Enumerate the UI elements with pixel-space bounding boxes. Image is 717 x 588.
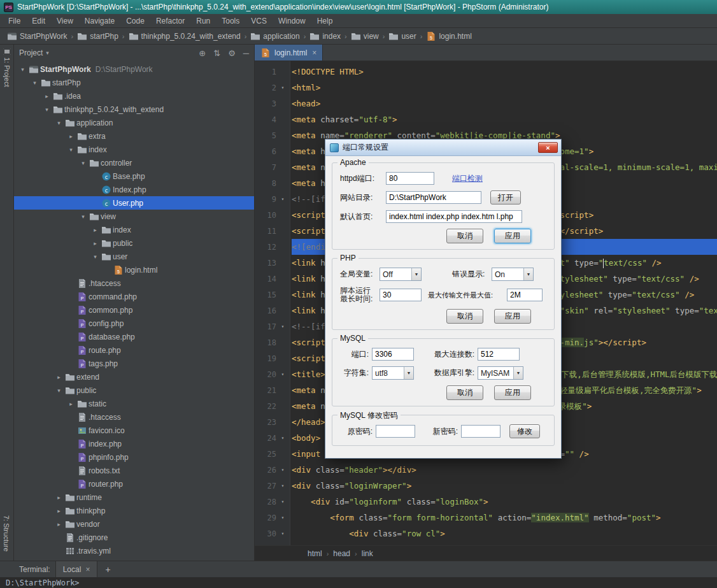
- default-index-input[interactable]: [386, 210, 522, 223]
- line-number[interactable]: 14: [255, 275, 276, 283]
- dialog-close-button[interactable]: ×: [538, 142, 558, 153]
- editor-breadcrumb-head[interactable]: head: [333, 549, 350, 558]
- max-connections-input[interactable]: [478, 348, 520, 361]
- terminal-new-session-button[interactable]: +: [97, 561, 118, 577]
- breadcrumb-item-login-html[interactable]: 5login.html: [426, 31, 471, 41]
- menu-window[interactable]: Window: [273, 17, 311, 25]
- httpd-port-input[interactable]: [386, 172, 434, 185]
- dialog-titlebar[interactable]: 端口常规设置 ×: [325, 140, 561, 156]
- tree-item-public[interactable]: ▾public: [14, 384, 254, 397]
- window-titlebar[interactable]: PS StartPhpWork [D:\StartPhpWork] - ...\…: [0, 0, 717, 14]
- tree-item-controller[interactable]: ▾controller: [14, 156, 254, 169]
- chevron-right-icon[interactable]: ▸: [53, 374, 65, 380]
- tree-item-command-php[interactable]: Pcommand.php: [14, 290, 254, 303]
- tree-item-login-html[interactable]: 5login.html: [14, 263, 254, 276]
- chevron-right-icon[interactable]: ▸: [53, 494, 65, 501]
- code-line-26[interactable]: <div class="header"></div>: [292, 462, 717, 478]
- open-dir-button[interactable]: 打开: [490, 190, 521, 204]
- line-number[interactable]: 23: [255, 418, 276, 427]
- collapse-all-icon[interactable]: ⇅: [213, 48, 220, 58]
- apache-apply-button[interactable]: 应用: [494, 229, 531, 243]
- tree-item-router-php[interactable]: Prouter.php: [14, 477, 254, 491]
- chevron-right-icon[interactable]: ▸: [53, 521, 65, 527]
- tree-item-user-php[interactable]: cUser.php: [14, 196, 254, 210]
- tree-item-htaccess[interactable]: .htaccess: [14, 410, 254, 424]
- chevron-down-icon[interactable]: ▾: [53, 120, 65, 126]
- chevron-right-icon[interactable]: ▸: [53, 508, 65, 514]
- line-number[interactable]: 20: [255, 370, 276, 379]
- code-line-2[interactable]: <html>: [292, 80, 717, 96]
- line-number[interactable]: 9: [255, 195, 276, 204]
- stripe-structure-button[interactable]: 7: Structure: [3, 515, 10, 552]
- menu-view[interactable]: View: [51, 17, 79, 25]
- tree-item-phpinfo-php[interactable]: Pphpinfo.php: [14, 450, 254, 464]
- chevron-down-icon[interactable]: ▾: [41, 106, 53, 113]
- chevron-right-icon[interactable]: ▸: [89, 240, 101, 247]
- breadcrumb-item-thinkphp-5-0-24-with-extend[interactable]: thinkphp_5.0.24_with_extend: [129, 31, 241, 41]
- line-number[interactable]: 5: [255, 131, 276, 140]
- line-number[interactable]: 1: [255, 68, 276, 76]
- tree-item-route-php[interactable]: Proute.php: [14, 343, 254, 357]
- editor-breadcrumb-link[interactable]: link: [362, 549, 373, 558]
- line-number[interactable]: 17: [255, 322, 276, 331]
- line-number[interactable]: 25: [255, 450, 276, 459]
- fold-marker-icon[interactable]: ▾: [276, 499, 289, 505]
- tree-item-htaccess[interactable]: .htaccess: [14, 276, 254, 290]
- chevron-down-icon[interactable]: ▾: [89, 254, 101, 260]
- menu-file[interactable]: File: [3, 17, 26, 25]
- modify-password-button[interactable]: 修改: [509, 424, 540, 438]
- site-dir-input[interactable]: [386, 191, 481, 204]
- code-line-27[interactable]: <div class="loginWraper">: [292, 478, 717, 494]
- tree-item-application[interactable]: ▾application: [14, 116, 254, 129]
- hide-panel-icon[interactable]: ─: [243, 48, 249, 58]
- line-number[interactable]: 16: [255, 306, 276, 315]
- tree-item-extend[interactable]: ▸extend: [14, 370, 254, 384]
- chevron-down-icon[interactable]: ▾: [65, 147, 77, 153]
- chevron-right-icon[interactable]: ▸: [89, 227, 101, 233]
- line-number[interactable]: 3: [255, 99, 276, 108]
- tree-item-base-php[interactable]: cBase.php: [14, 169, 254, 183]
- breadcrumb-item-startphpwork[interactable]: StartPhpWork: [7, 31, 67, 41]
- line-number[interactable]: 2: [255, 83, 276, 92]
- tree-item-robots-txt[interactable]: robots.txt: [14, 464, 254, 477]
- chevron-down-icon[interactable]: ▾: [46, 50, 49, 56]
- code-line-1[interactable]: <!DOCTYPE HTML>: [292, 64, 717, 80]
- old-password-input[interactable]: [376, 425, 415, 438]
- tree-item-view[interactable]: ▾view: [14, 210, 254, 223]
- fold-marker-icon[interactable]: ▾: [276, 85, 289, 90]
- line-number[interactable]: 29: [255, 513, 276, 522]
- charset-select[interactable]: utf8 ▼: [372, 366, 414, 380]
- menu-tools[interactable]: Tools: [216, 17, 245, 25]
- tree-item-travis-yml[interactable]: .travis.yml: [14, 544, 254, 557]
- line-number[interactable]: 8: [255, 179, 276, 188]
- editor-breadcrumb-html[interactable]: html: [308, 549, 322, 558]
- line-number[interactable]: 27: [255, 482, 276, 491]
- line-number[interactable]: 28: [255, 498, 276, 506]
- line-number[interactable]: 19: [255, 354, 276, 363]
- port-check-link[interactable]: 端口检测: [452, 173, 483, 184]
- tree-item-static[interactable]: ▸static: [14, 397, 254, 410]
- line-number[interactable]: 13: [255, 259, 276, 268]
- line-number[interactable]: 22: [255, 402, 276, 411]
- code-line-3[interactable]: <head>: [292, 96, 717, 111]
- line-number[interactable]: 11: [255, 227, 276, 236]
- line-number[interactable]: 12: [255, 243, 276, 252]
- code-line-28[interactable]: <div id="loginform" class="loginBox">: [292, 494, 717, 510]
- line-number[interactable]: 6: [255, 147, 276, 156]
- tree-item-index[interactable]: ▸index: [14, 223, 254, 236]
- breadcrumb-item-startphp[interactable]: startPhp: [77, 31, 118, 41]
- fold-marker-icon[interactable]: ▾: [276, 324, 289, 329]
- php-apply-button[interactable]: 应用: [494, 309, 531, 324]
- menu-navigate[interactable]: Navigate: [79, 17, 120, 25]
- chevron-down-icon[interactable]: ▾: [77, 160, 89, 166]
- menu-refactor[interactable]: Refactor: [150, 17, 190, 25]
- tree-item-thinkphp-5-0-24-with-extend[interactable]: ▾thinkphp_5.0.24_with_extend: [14, 103, 254, 116]
- tree-item-common-php[interactable]: Pcommon.php: [14, 303, 254, 317]
- tree-item-runtime[interactable]: ▸runtime: [14, 491, 254, 504]
- chevron-right-icon[interactable]: ▸: [41, 93, 53, 99]
- tree-item-startphpwork[interactable]: ▾StartPhpWorkD:\StartPhpWork: [14, 62, 254, 76]
- code-line-4[interactable]: <meta charset="utf-8">: [292, 111, 717, 127]
- tree-item-thinkphp[interactable]: ▸thinkphp: [14, 504, 254, 517]
- menu-code[interactable]: Code: [120, 17, 150, 25]
- terminal-tab-close-icon[interactable]: ×: [85, 565, 90, 574]
